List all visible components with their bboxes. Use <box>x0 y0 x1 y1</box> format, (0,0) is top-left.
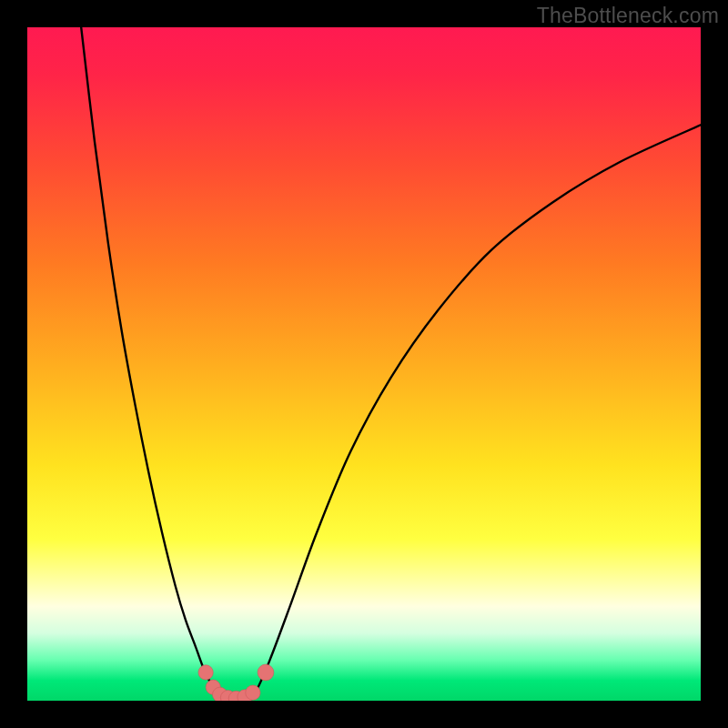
data-marker <box>198 665 213 680</box>
data-marker <box>246 685 260 700</box>
data-marker <box>258 664 274 681</box>
chart-frame: TheBottleneck.com <box>0 0 728 728</box>
watermark-text: TheBottleneck.com <box>537 4 719 28</box>
bottleneck-plot <box>27 27 701 701</box>
